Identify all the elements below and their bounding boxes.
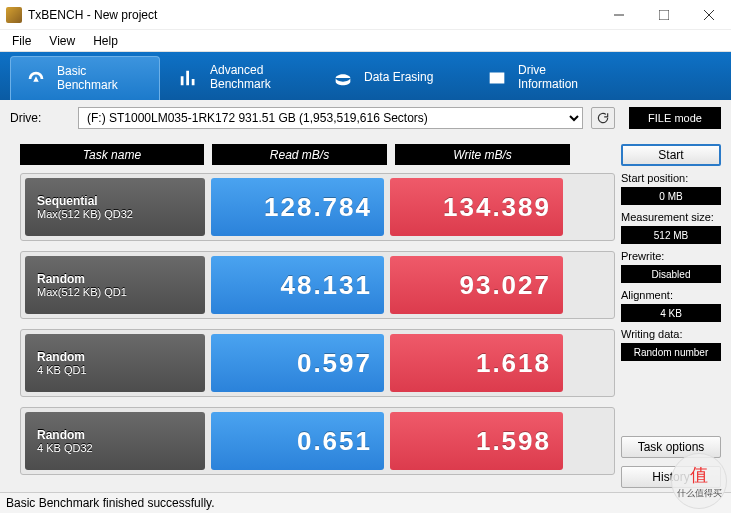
sidebar: Start Start position: 0 MB Measurement s…	[621, 136, 731, 492]
menu-help[interactable]: Help	[85, 32, 126, 50]
write-value-cell: 134.389	[390, 178, 563, 236]
tab-basic-benchmark[interactable]: BasicBenchmark	[10, 56, 160, 100]
task-name-cell: SequentialMax(512 KB) QD32	[25, 178, 205, 236]
table-header: Task name Read mB/s Write mB/s	[20, 144, 615, 165]
tab-data-erasing[interactable]: Data Erasing	[318, 56, 468, 100]
start-button[interactable]: Start	[621, 144, 721, 166]
header-task: Task name	[20, 144, 204, 165]
read-value-cell: 0.597	[211, 334, 384, 392]
task-name-cell: Random4 KB QD32	[25, 412, 205, 470]
menu-view[interactable]: View	[41, 32, 83, 50]
erase-icon	[332, 67, 354, 89]
svg-rect-0	[659, 10, 669, 20]
tab-label: DriveInformation	[518, 64, 578, 92]
task-name-cell: RandomMax(512 KB) QD1	[25, 256, 205, 314]
prewrite-label: Prewrite:	[621, 250, 721, 262]
measurement-size-label: Measurement size:	[621, 211, 721, 223]
status-text: Basic Benchmark finished successfully.	[6, 496, 215, 510]
tab-drive-information[interactable]: DriveInformation	[472, 56, 622, 100]
header-read: Read mB/s	[212, 144, 387, 165]
prewrite-value[interactable]: Disabled	[621, 265, 721, 283]
minimize-button[interactable]	[596, 0, 641, 30]
tab-label: AdvancedBenchmark	[210, 64, 271, 92]
result-row: Random4 KB QD320.6511.598	[20, 407, 615, 475]
reload-button[interactable]	[591, 107, 615, 129]
result-row: Random4 KB QD10.5971.618	[20, 329, 615, 397]
file-mode-button[interactable]: FILE mode	[629, 107, 721, 129]
gauge-icon	[25, 68, 47, 90]
read-value-cell: 128.784	[211, 178, 384, 236]
tabbar: BasicBenchmark AdvancedBenchmark Data Er…	[0, 52, 731, 100]
drive-select[interactable]: (F:) ST1000LM035-1RK172 931.51 GB (1,953…	[78, 107, 583, 129]
titlebar: TxBENCH - New project	[0, 0, 731, 30]
write-value-cell: 1.598	[390, 412, 563, 470]
app-icon	[6, 7, 22, 23]
watermark-icon: 值	[690, 463, 708, 487]
header-write: Write mB/s	[395, 144, 570, 165]
writing-data-value[interactable]: Random number	[621, 343, 721, 361]
result-row: SequentialMax(512 KB) QD32128.784134.389	[20, 173, 615, 241]
close-button[interactable]	[686, 0, 731, 30]
drive-bar: Drive: (F:) ST1000LM035-1RK172 931.51 GB…	[0, 100, 731, 136]
tab-label: BasicBenchmark	[57, 65, 118, 93]
read-value-cell: 0.651	[211, 412, 384, 470]
measurement-size-value[interactable]: 512 MB	[621, 226, 721, 244]
window-title: TxBENCH - New project	[28, 8, 596, 22]
alignment-label: Alignment:	[621, 289, 721, 301]
maximize-button[interactable]	[641, 0, 686, 30]
tab-label: Data Erasing	[364, 71, 433, 85]
start-position-value[interactable]: 0 MB	[621, 187, 721, 205]
watermark-text: 什么值得买	[677, 487, 722, 500]
task-name-cell: Random4 KB QD1	[25, 334, 205, 392]
tab-advanced-benchmark[interactable]: AdvancedBenchmark	[164, 56, 314, 100]
writing-data-label: Writing data:	[621, 328, 721, 340]
results-table: Task name Read mB/s Write mB/s Sequentia…	[0, 136, 621, 492]
menu-file[interactable]: File	[4, 32, 39, 50]
menubar: File View Help	[0, 30, 731, 52]
watermark: 值 什么值得买	[671, 453, 727, 509]
result-row: RandomMax(512 KB) QD148.13193.027	[20, 251, 615, 319]
write-value-cell: 1.618	[390, 334, 563, 392]
chart-icon	[178, 67, 200, 89]
drive-icon	[486, 67, 508, 89]
start-position-label: Start position:	[621, 172, 721, 184]
write-value-cell: 93.027	[390, 256, 563, 314]
status-bar: Basic Benchmark finished successfully.	[0, 492, 731, 513]
read-value-cell: 48.131	[211, 256, 384, 314]
drive-label: Drive:	[10, 111, 70, 125]
alignment-value[interactable]: 4 KB	[621, 304, 721, 322]
